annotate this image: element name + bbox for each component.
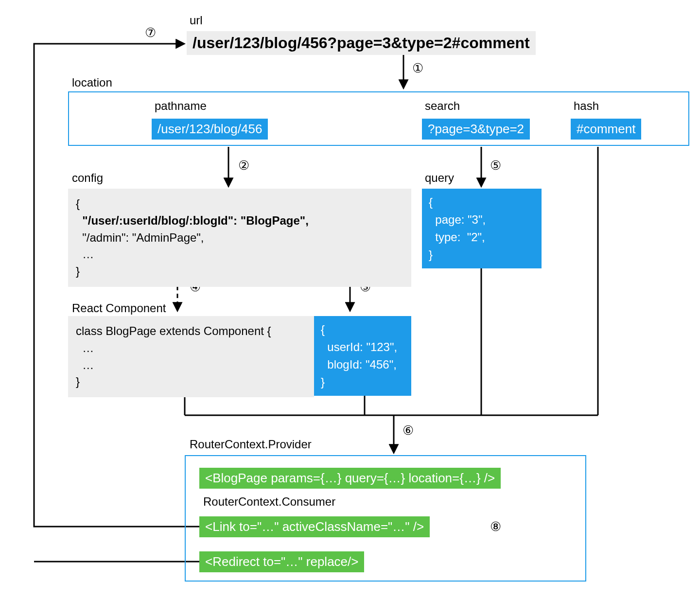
query-open: {	[429, 194, 535, 211]
search-value: ?page=3&type=2	[422, 119, 530, 140]
component-line2: …	[76, 357, 306, 374]
url-label: url	[190, 14, 203, 27]
url-value: /user/123/blog/456?page=3&type=2#comment	[187, 31, 536, 55]
pathname-value: /user/123/blog/456	[152, 119, 268, 140]
component-open: class BlogPage extends Component {	[76, 323, 306, 340]
config-close: }	[76, 263, 403, 280]
component-line1: …	[76, 340, 306, 357]
provider-jsx: <BlogPage params={…} query={…} location=…	[199, 468, 501, 489]
config-open: {	[76, 195, 403, 212]
component-box: class BlogPage extends Component { … … }	[68, 316, 314, 397]
query-close: }	[429, 246, 535, 264]
consumer-label: RouterContext.Consumer	[203, 495, 335, 509]
step-7: ⑦	[145, 25, 156, 40]
react-component-label: React Component	[72, 301, 166, 315]
config-label: config	[72, 171, 103, 185]
query-line2: type: "2",	[429, 229, 535, 246]
link-jsx: <Link to="…" activeClassName="…" />	[199, 516, 430, 537]
params-box: { userId: "123", blogId: "456", }	[314, 316, 411, 396]
pathname-label: pathname	[155, 99, 207, 113]
config-box: { "/user/:userId/blog/:blogId": "BlogPag…	[68, 189, 411, 287]
component-close: }	[76, 373, 306, 390]
config-line3: …	[76, 246, 403, 263]
provider-label: RouterContext.Provider	[190, 438, 312, 451]
config-line2: "/admin": "AdminPage",	[76, 229, 403, 247]
step-5: ⑤	[490, 158, 501, 173]
params-line1: userId: "123",	[321, 338, 404, 356]
step-6: ⑥	[402, 423, 414, 438]
query-line1: page: "3",	[429, 211, 535, 229]
config-line1: "/user/:userId/blog/:blogId": "BlogPage"…	[76, 212, 403, 229]
query-label: query	[425, 171, 454, 185]
hash-label: hash	[574, 99, 599, 113]
redirect-jsx: <Redirect to="…" replace/>	[199, 551, 364, 572]
step-2: ②	[238, 158, 249, 173]
search-label: search	[425, 99, 460, 113]
step-1: ①	[412, 61, 423, 76]
query-box: { page: "3", type: "2", }	[422, 189, 542, 268]
hash-value: #comment	[571, 119, 641, 140]
params-close: }	[321, 373, 404, 391]
params-open: {	[321, 321, 404, 338]
location-label: location	[72, 76, 112, 89]
params-line2: blogId: "456",	[321, 356, 404, 373]
